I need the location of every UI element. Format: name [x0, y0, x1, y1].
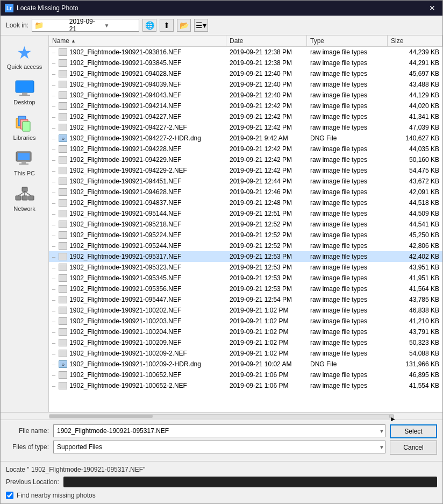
table-row[interactable]: – 1902_Flightmode-190921-094628.NEF 2019… — [49, 187, 442, 197]
table-row[interactable]: – 1902_Flightmode-190921-100203.NEF 2019… — [49, 316, 442, 326]
cell-date: 2019-09-21 12:40 PM — [227, 70, 308, 77]
file-name-text: 1902_Flightmode-190921-094043.NEF — [69, 91, 181, 99]
table-row[interactable]: – 1902_Flightmode-190921-100652-2.NEF 20… — [49, 380, 442, 391]
cell-name: – 1902_Flightmode-190921-094028.NEF — [50, 70, 227, 77]
table-row[interactable]: – 1902_Flightmode-190921-095447.NEF 2019… — [49, 294, 442, 305]
file-name-text: 1902_Flightmode-190921-095244.NEF — [69, 242, 181, 250]
cell-size: 43,791 KB — [389, 328, 441, 336]
back-button[interactable]: 🌐 — [142, 19, 156, 32]
close-button[interactable]: ✕ — [426, 2, 438, 14]
cell-type: raw image file types — [308, 350, 389, 357]
up-button[interactable]: ⬆ — [160, 19, 174, 32]
table-row[interactable]: – 1902_Flightmode-190921-095345.NEF 2019… — [49, 273, 442, 283]
table-row[interactable]: – 1902_Flightmode-190921-100209.NEF 2019… — [49, 337, 442, 348]
table-row[interactable]: – ⊙ 1902_Flightmode-190921-100209-2-HDR.… — [49, 359, 442, 370]
cell-type: raw image file types — [308, 253, 389, 260]
table-row[interactable]: – 1902_Flightmode-190921-095244.NEF 2019… — [49, 240, 442, 251]
cell-size: 44,509 KB — [389, 210, 441, 217]
sort-asc-icon: ▲ — [71, 38, 76, 44]
table-row[interactable]: – 1902_Flightmode-190921-094227-2.NEF 20… — [49, 122, 442, 133]
cell-type: raw image file types — [308, 307, 389, 314]
nef-file-icon — [59, 188, 67, 196]
sidebar-item-this-pc[interactable]: This PC — [4, 146, 46, 180]
file-name-text: 1902_Flightmode-190921-093816.NEF — [69, 48, 181, 56]
dash-prefix: – — [52, 264, 55, 271]
nef-file-icon — [59, 339, 67, 346]
nef-file-icon — [59, 48, 67, 56]
table-row[interactable]: – 1902_Flightmode-190921-094227.NEF 2019… — [49, 111, 442, 122]
cell-name: – 1902_Flightmode-190921-095224.NEF — [50, 231, 227, 239]
sidebar-item-label: Network — [13, 205, 35, 212]
view-button[interactable]: ☰▾ — [194, 19, 208, 32]
select-button[interactable]: Select — [390, 424, 437, 438]
header-name[interactable]: Name ▲ — [49, 36, 226, 46]
look-in-value: 2019-09-21 — [69, 18, 102, 33]
file-type-input[interactable] — [53, 441, 385, 453]
star-icon: ★ — [17, 42, 32, 63]
file-name-text: 1902_Flightmode-190921-100209-2-HDR.dng — [69, 360, 201, 368]
table-row[interactable]: – 1902_Flightmode-190921-094043.NEF 2019… — [49, 90, 442, 101]
cell-size: 41,210 KB — [389, 317, 441, 325]
horizontal-scrollbar[interactable]: ► — [1, 412, 442, 420]
table-row[interactable]: – 1902_Flightmode-190921-094039.NEF 2019… — [49, 79, 442, 90]
sidebar-item-desktop[interactable]: Desktop — [4, 75, 46, 109]
new-folder-button[interactable]: 📂 — [177, 19, 191, 32]
cell-size: 50,323 KB — [389, 339, 441, 346]
find-nearby-label[interactable]: Find nearby missing photos — [17, 492, 96, 499]
cell-type: raw image file types — [308, 274, 389, 282]
table-row[interactable]: – 1902_Flightmode-190921-095323.NEF 2019… — [49, 262, 442, 273]
cell-name: – 1902_Flightmode-190921-100652.NEF — [50, 371, 227, 379]
table-row[interactable]: – 1902_Flightmode-190921-095144.NEF 2019… — [49, 208, 442, 219]
dash-prefix: – — [52, 200, 55, 206]
nef-file-icon — [59, 81, 67, 88]
table-row[interactable]: – 1902_Flightmode-190921-093816.NEF 2019… — [49, 47, 442, 58]
sidebar-item-libraries[interactable]: Libraries — [4, 111, 46, 144]
svg-rect-2 — [19, 95, 30, 96]
table-row[interactable]: – 1902_Flightmode-190921-095317.NEF 2019… — [49, 251, 442, 262]
nef-file-icon — [59, 382, 67, 389]
table-row[interactable]: – 1902_Flightmode-190921-094228.NEF 2019… — [49, 144, 442, 154]
table-row[interactable]: – 1902_Flightmode-190921-094837.NEF 2019… — [49, 197, 442, 208]
cell-type: raw image file types — [308, 242, 389, 250]
table-row[interactable]: – 1902_Flightmode-190921-100202.NEF 2019… — [49, 305, 442, 316]
table-row[interactable]: – 1902_Flightmode-190921-100204.NEF 2019… — [49, 326, 442, 337]
new-folder-icon: 📂 — [180, 21, 189, 30]
table-row[interactable]: – 1902_Flightmode-190921-094214.NEF 2019… — [49, 101, 442, 111]
table-row[interactable]: – 1902_Flightmode-190921-095218.NEF 2019… — [49, 219, 442, 230]
dash-prefix: – — [52, 92, 55, 98]
dialog-window: Lr Locate Missing Photo ✕ Look in: 📁 201… — [0, 0, 443, 504]
file-type-input-wrap: ▼ — [53, 441, 385, 453]
table-row[interactable]: – 1902_Flightmode-190921-095356.NEF 2019… — [49, 283, 442, 294]
file-name-text: 1902_Flightmode-190921-100204.NEF — [69, 328, 181, 336]
cell-name: – 1902_Flightmode-190921-093845.NEF — [50, 59, 227, 67]
sidebar-item-network[interactable]: Network — [4, 182, 46, 215]
find-nearby-checkbox[interactable] — [6, 492, 13, 499]
cell-type: raw image file types — [308, 382, 389, 389]
header-size[interactable]: Size — [388, 36, 442, 46]
table-row[interactable]: – 1902_Flightmode-190921-094028.NEF 2019… — [49, 68, 442, 79]
header-type[interactable]: Type — [307, 36, 388, 46]
table-row[interactable]: – 1902_Flightmode-190921-094451.NEF 2019… — [49, 176, 442, 187]
header-date[interactable]: Date — [226, 36, 307, 46]
table-row[interactable]: – 1902_Flightmode-190921-094229.NEF 2019… — [49, 154, 442, 165]
table-row[interactable]: – 1902_Flightmode-190921-100652.NEF 2019… — [49, 370, 442, 380]
cell-type: raw image file types — [308, 285, 389, 293]
svg-rect-12 — [16, 196, 21, 200]
look-in-combo[interactable]: 📁 2019-09-21 ▼ — [32, 19, 139, 32]
dash-prefix: – — [52, 232, 55, 238]
dash-prefix: – — [52, 178, 55, 184]
file-list[interactable]: – 1902_Flightmode-190921-093816.NEF 2019… — [49, 47, 442, 412]
dash-prefix: – — [52, 60, 55, 66]
table-row[interactable]: – 1902_Flightmode-190921-094229-2.NEF 20… — [49, 165, 442, 176]
table-row[interactable]: – 1902_Flightmode-190921-100209-2.NEF 20… — [49, 348, 442, 359]
file-name-input[interactable] — [53, 424, 385, 437]
nef-file-icon — [59, 124, 67, 131]
cancel-button[interactable]: Cancel — [390, 441, 437, 455]
cell-size: 46,895 KB — [389, 371, 441, 379]
table-row[interactable]: – 1902_Flightmode-190921-095224.NEF 2019… — [49, 230, 442, 240]
sidebar-item-quick-access[interactable]: ★ Quick access — [4, 40, 46, 73]
table-row[interactable]: – ⊙ 1902_Flightmode-190921-094227-2-HDR.… — [49, 133, 442, 144]
table-row[interactable]: – 1902_Flightmode-190921-093845.NEF 2019… — [49, 58, 442, 68]
file-name-text: 1902_Flightmode-190921-094229-2.NEF — [69, 167, 187, 174]
file-name-text: 1902_Flightmode-190921-100652-2.NEF — [69, 382, 187, 389]
